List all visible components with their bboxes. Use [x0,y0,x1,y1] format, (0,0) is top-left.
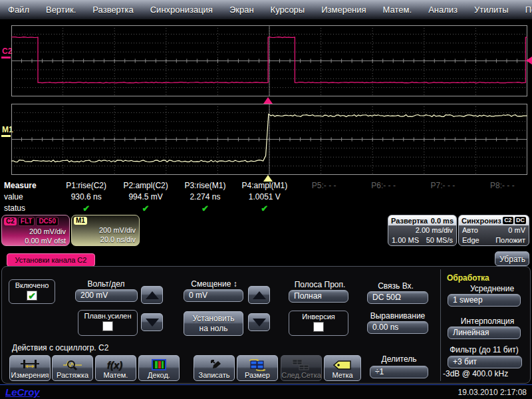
c2-offset: 0.00 mV ofst [2,236,69,245]
measure-action-button[interactable]: Измерения [9,355,51,381]
filter-note: -3dB @ 400.0 kHz [443,369,508,378]
m1-volts-per-div: 200 mV/div [72,225,139,235]
fine-gain-checkbox[interactable] [102,321,113,331]
trace-descriptor-m1[interactable]: M1 200 mV/div 20.0 ns/div [71,215,140,246]
offset-down-button[interactable] [248,313,270,331]
measure-param-name[interactable]: P4:ampl(M1) [235,180,294,192]
channel-descriptor-c2[interactable]: C2 FLT DC50 200 mV/div 0.00 mV ofst [1,215,70,246]
offset-up-button[interactable] [248,286,270,304]
volts-per-div-field[interactable]: 200 mV [75,289,138,302]
interpolation-field[interactable]: Линейная [448,327,521,339]
offset-field[interactable]: 0 mV [184,289,243,302]
volts-down-button[interactable] [141,313,163,331]
set-to-zero-button[interactable]: Установить на ноль [184,311,243,336]
trigger-descriptor[interactable]: Синхрониз C2 DC Авто 0 mV Edge Положит [458,215,529,246]
timebase-title: Развертка [391,217,428,225]
arrow-down-icon [253,319,266,327]
timebase-descriptor[interactable]: Развертка 0.0 ms 2.00 ms/div 1.00 MS 50 … [388,215,457,246]
measure-row-labels: Measure value status [0,180,57,214]
measure-param-name[interactable]: P1:rise(C2) [57,180,116,192]
timebase-samples: 1.00 MS [392,235,419,245]
menu-item-vertical[interactable]: Вертик. [46,5,76,15]
invert-label: Инверсия [289,313,348,321]
measure-param-value: 930.6 ns [57,192,116,203]
bandwidth-field[interactable]: Полная [289,290,348,303]
measure-param-name[interactable]: P2:ampl(C2) [116,180,175,192]
measure-column-p8: P8:- - - [473,180,532,214]
trigger-level: 0 mV [508,225,525,235]
menu-item-utilities[interactable]: Утилиты [474,5,509,15]
invert-checkbox[interactable] [313,322,324,332]
zoom-icon [63,359,82,371]
decode-action-button[interactable]: Декод. [138,355,180,381]
menu-item-analysis[interactable]: Анализ [428,5,458,15]
volts-per-div-label: Вольт/дел [74,279,138,289]
menu-item-help[interactable]: Помощь [525,5,532,15]
trigger-level-marker-icon[interactable] [526,57,532,65]
math-action-button[interactable]: f(x) Матем. [95,355,136,381]
label-action-button[interactable]: Метка [324,355,361,381]
measure-param-value: 2.274 ns [176,192,235,203]
lecroy-logo[interactable]: LeCroy [5,386,40,398]
arrow-down-icon [146,319,159,327]
measure-param-name[interactable]: P8:- - - [473,180,532,192]
trigger-title: Синхрониз [462,217,501,225]
trigger-time-marker-icon[interactable] [263,97,273,104]
fine-gain-checkbox-group[interactable]: Плавн.усилен [78,310,138,336]
menu-item-trigger[interactable]: Синхронизация [150,5,213,15]
deskew-field[interactable]: 0.00 ns [367,321,428,334]
trigger-source-badge: C2 [503,217,513,224]
next-grid-action-button[interactable]: След.Сетка [281,355,322,381]
math-icon: f(x) [105,359,126,371]
c2-volts-per-div: 200 mV/div [2,227,69,236]
size-grid-icon [248,359,267,371]
deskew-label: Выравнивание [366,311,430,321]
measure-row-label: status [4,203,57,214]
menu-item-cursors[interactable]: Курсоры [271,5,305,15]
measure-param-name[interactable]: P6:- - - [354,180,413,192]
enabled-checkbox-group[interactable]: Включено ✔ [9,279,55,304]
volts-up-button[interactable] [141,286,163,304]
measure-param-name[interactable]: P3:rise(M1) [176,180,235,192]
measure-column-p7: P7:- - - [413,180,472,214]
measure-table: Measure value status P1:rise(C2) 930.6 n… [0,180,532,214]
grid-c2-waveform[interactable] [11,25,527,96]
filter-field[interactable]: +3 бит [448,356,522,368]
divider-label: Делитель [372,354,426,364]
measure-param-name[interactable]: P5:- - - [295,180,354,192]
measure-status-check-icon: ✔ [57,203,116,214]
menu-item-math[interactable]: Матем. [383,5,412,15]
menu-item-display[interactable]: Экран [229,5,254,15]
trigger-slope: Положит [495,235,525,245]
menu-item-measure[interactable]: Измерения [321,5,366,15]
tab-channel-c2-settings[interactable]: Установки канала C2 [7,253,95,267]
enabled-checkbox[interactable]: ✔ [27,291,37,301]
label-tag-icon [332,360,352,371]
measure-param-name[interactable]: P7:- - - [413,180,472,192]
zoom-action-button[interactable]: Растяжка [52,355,93,381]
next-grid-icon [291,359,311,371]
menu-bar: Файл Вертик. Развертка Синхронизация Экр… [0,0,532,20]
c2-coupling-badge: DC50 [36,217,59,226]
menu-item-file[interactable]: Файл [8,5,29,15]
coupling-field[interactable]: DC 50Ω [367,291,428,304]
processing-title: Обработка [447,273,489,283]
timebase-scale: 2.00 ms/div [416,225,453,235]
record-action-button[interactable]: Записать [194,355,235,381]
svg-text:f(x): f(x) [107,359,122,370]
oscilloscope-screen: Файл Вертик. Развертка Синхронизация Экр… [0,0,532,399]
bandwidth-label: Полоса Проп. [289,280,350,289]
divider-field[interactable]: ÷1 [370,366,428,378]
trigger-coupling-badge: DC [515,217,526,224]
channel-offset-tick-c2 [1,57,11,59]
averaging-field[interactable]: 1 sweep [448,294,521,307]
grid-m1-waveform[interactable] [11,104,527,175]
channel-offset-tick-m1 [1,135,11,137]
measure-status-check-icon: ✔ [116,203,175,214]
size-action-button[interactable]: Размер [237,355,278,381]
menu-item-timebase[interactable]: Развертка [92,5,133,15]
measure-icon [20,359,40,371]
datetime-display: 19.03.2010 2:17:08 [458,388,527,397]
invert-checkbox-group[interactable]: Инверсия [289,311,348,336]
close-dialog-button[interactable]: Убрать [495,251,529,266]
